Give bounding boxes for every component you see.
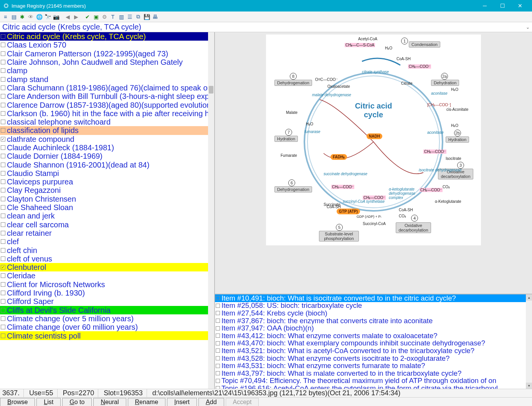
item-row[interactable]: Item #27,544: Krebs cycle (bioch) bbox=[215, 309, 532, 317]
item-row[interactable]: Topic #196,616: Acetyl-CoA enters the cy… bbox=[215, 385, 532, 389]
item-checkbox[interactable] bbox=[216, 326, 220, 330]
insert-button[interactable]: Insert bbox=[167, 398, 197, 406]
row-checkbox[interactable] bbox=[1, 171, 5, 176]
rename-button[interactable]: Rename bbox=[128, 398, 165, 406]
registry-row[interactable]: Clay Regazzoni bbox=[0, 186, 214, 194]
item-row[interactable]: Item #43,470: bioch: What exemplary comp… bbox=[215, 340, 532, 347]
row-checkbox[interactable] bbox=[1, 60, 5, 64]
registry-row[interactable]: clamp stand bbox=[0, 75, 214, 83]
item-row[interactable]: Item #37,947: OAA (bioch)(n) bbox=[215, 324, 532, 332]
registry-row[interactable]: Clarence Darrow (1857-1938)(aged 80)(sup… bbox=[0, 100, 214, 109]
item-checkbox[interactable] bbox=[216, 356, 220, 360]
item-row[interactable]: Item #43,797: bioch: What is malate conv… bbox=[215, 370, 532, 377]
registry-row[interactable]: clean and jerk bbox=[0, 212, 214, 220]
row-checkbox[interactable] bbox=[1, 308, 5, 312]
tb-gear-icon[interactable]: ⚙ bbox=[101, 13, 108, 21]
title-field[interactable]: Citric acid cycle (Krebs cycle, TCA cycl… bbox=[0, 22, 532, 32]
neural-button[interactable]: Neural bbox=[93, 398, 126, 406]
item-checkbox[interactable] bbox=[216, 386, 220, 389]
tb-camera-icon[interactable]: 📷 bbox=[52, 13, 60, 21]
row-checkbox[interactable]: ✓ bbox=[1, 34, 5, 39]
goto-button[interactable]: Go to bbox=[62, 398, 92, 406]
item-checkbox[interactable] bbox=[216, 304, 220, 308]
row-checkbox[interactable] bbox=[1, 231, 5, 235]
row-checkbox[interactable] bbox=[1, 205, 5, 210]
item-checkbox[interactable] bbox=[216, 379, 220, 383]
tb-list-icon[interactable]: ≡ bbox=[2, 13, 9, 21]
registry-row[interactable]: classical telephone switchoard bbox=[0, 118, 214, 126]
tb-check2-icon[interactable]: ▣ bbox=[92, 13, 100, 21]
registry-row[interactable]: cleft of venus bbox=[0, 255, 214, 263]
row-checkbox[interactable] bbox=[1, 248, 5, 253]
registry-row[interactable]: Clifford Irving (b. 1930) bbox=[0, 289, 214, 297]
row-checkbox[interactable] bbox=[1, 128, 5, 133]
tb-check1-icon[interactable]: ✔ bbox=[84, 13, 91, 21]
registry-row[interactable]: Claas Lexion 570 bbox=[0, 41, 214, 49]
row-checkbox[interactable] bbox=[1, 214, 5, 218]
tb-layout-icon[interactable]: ▤ bbox=[10, 13, 18, 21]
registry-row[interactable]: Cliffs at Devil's Slide California bbox=[0, 306, 214, 314]
row-checkbox[interactable] bbox=[1, 111, 5, 116]
registry-row[interactable]: ✓Citric acid cycle (Krebs cycle, TCA cyc… bbox=[0, 32, 214, 41]
item-checkbox[interactable] bbox=[216, 348, 220, 353]
item-checkbox[interactable] bbox=[216, 341, 220, 345]
row-checkbox[interactable] bbox=[1, 197, 5, 201]
item-row[interactable]: Item #10,491: bioch: What is isocitrate … bbox=[215, 294, 532, 302]
registry-row[interactable]: clear cell sarcoma bbox=[0, 220, 214, 229]
registry-row[interactable]: Client for Microsoft Networks bbox=[0, 280, 214, 289]
row-checkbox[interactable] bbox=[1, 68, 5, 73]
registry-row[interactable]: ✓clathrate compound bbox=[0, 135, 214, 143]
tb-columns-icon[interactable]: ▥ bbox=[117, 13, 125, 21]
row-checkbox[interactable] bbox=[1, 163, 5, 167]
close-button[interactable]: ✕ bbox=[511, 0, 529, 12]
registry-row[interactable]: Claire Johnson, John Caudwell and Stephe… bbox=[0, 58, 214, 66]
tb-eye-icon[interactable]: 👁 bbox=[27, 13, 35, 21]
row-checkbox[interactable] bbox=[1, 154, 5, 158]
registry-row[interactable]: Cleridae bbox=[0, 271, 214, 280]
row-checkbox[interactable] bbox=[1, 188, 5, 192]
item-checkbox[interactable] bbox=[216, 364, 220, 368]
row-checkbox[interactable] bbox=[1, 43, 5, 47]
row-checkbox[interactable] bbox=[1, 120, 5, 124]
maximize-button[interactable]: ☐ bbox=[494, 0, 511, 12]
item-checkbox[interactable] bbox=[216, 296, 220, 300]
tb-prev-icon[interactable]: ◀ bbox=[64, 13, 71, 21]
registry-row[interactable]: Claudio Stampi bbox=[0, 169, 214, 178]
item-row[interactable]: Item #43,531: bioch: What enzyme convert… bbox=[215, 362, 532, 370]
row-checkbox[interactable] bbox=[1, 94, 5, 99]
chevron-down-icon[interactable]: ⌄ bbox=[526, 25, 530, 30]
left-scrollbar[interactable] bbox=[208, 32, 214, 389]
item-checkbox[interactable] bbox=[216, 311, 220, 315]
tb-text-icon[interactable]: T bbox=[109, 13, 117, 21]
tb-binoculars-icon[interactable]: 🔭 bbox=[44, 13, 51, 21]
row-checkbox[interactable] bbox=[1, 222, 5, 227]
registry-row[interactable]: Cle Shaheed Sloan bbox=[0, 203, 214, 212]
registry-row[interactable]: Clair Cameron Patterson (1922-1995)(aged… bbox=[0, 49, 214, 58]
item-row[interactable]: Item #43,521: bioch: What is acetyl-CoA … bbox=[215, 347, 532, 355]
row-checkbox[interactable] bbox=[1, 256, 5, 261]
registry-row[interactable]: Claviceps purpurea bbox=[0, 178, 214, 186]
row-checkbox[interactable] bbox=[1, 325, 5, 329]
item-row[interactable]: Item #43,528: bioch: What enzyme convert… bbox=[215, 355, 532, 362]
item-list[interactable]: Item #10,491: bioch: What is isocitrate … bbox=[215, 294, 532, 389]
minimize-button[interactable]: ─ bbox=[476, 0, 494, 12]
registry-row[interactable]: Clayton Christensen bbox=[0, 195, 214, 203]
registry-list[interactable]: ✓Citric acid cycle (Krebs cycle, TCA cyc… bbox=[0, 32, 214, 389]
row-checkbox[interactable] bbox=[1, 291, 5, 295]
tb-globe-icon[interactable]: 🌐 bbox=[35, 13, 43, 21]
row-checkbox[interactable] bbox=[1, 334, 5, 338]
registry-row[interactable]: Clarkson (b. 1960) hit in the face with … bbox=[0, 109, 214, 118]
registry-row[interactable]: classification of lipids bbox=[0, 126, 214, 135]
registry-row[interactable]: clear retainer bbox=[0, 229, 214, 237]
registry-row[interactable]: clef bbox=[0, 237, 214, 246]
registry-row[interactable]: Clifford Saper bbox=[0, 297, 214, 306]
tb-next-icon[interactable]: ▶ bbox=[72, 13, 80, 21]
tb-list2-icon[interactable]: ☰ bbox=[126, 13, 134, 21]
registry-row[interactable]: Claude Auchinleck (1884-1981) bbox=[0, 143, 214, 152]
item-row[interactable]: Item #37,867: bioch: the enzyme that con… bbox=[215, 317, 532, 325]
row-checkbox[interactable] bbox=[1, 239, 5, 244]
registry-row[interactable]: Claude Dornier (1884-1969) bbox=[0, 152, 214, 160]
tb-star-icon[interactable]: ✱ bbox=[18, 13, 26, 21]
item-row[interactable]: Topic #70,494: Efficiency. The theoretic… bbox=[215, 377, 532, 385]
row-checkbox[interactable] bbox=[1, 282, 5, 287]
